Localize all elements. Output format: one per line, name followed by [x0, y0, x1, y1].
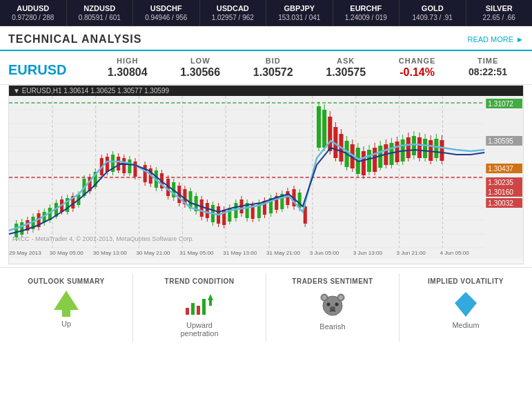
read-more-link[interactable]: READ MORE ►	[467, 35, 524, 43]
ta-header: TECHNICAL ANALYSIS READ MORE ►	[0, 26, 532, 51]
sentiment-label: Bearish	[269, 322, 396, 331]
stat-time: TIME 08:22:51	[469, 57, 507, 79]
chart-info-text: ▼ EURUSD,H1 1.30614 1.30625 1.30577 1.30…	[13, 87, 169, 95]
svg-rect-197	[191, 303, 195, 315]
svg-rect-198	[197, 306, 200, 315]
svg-point-206	[327, 303, 331, 306]
ticker-item-gbpjpy[interactable]: GBPJPY153.031 / 041	[266, 0, 333, 26]
ask-value: 1.30575	[326, 66, 366, 79]
ticker-price: 22.65 / .66	[472, 14, 527, 21]
svg-rect-199	[202, 299, 206, 315]
low-value: 1.30566	[180, 66, 220, 79]
bid-label: BID	[253, 57, 293, 65]
ticker-item-audusd[interactable]: AUDUSD0.97280 / 288	[0, 0, 67, 26]
ticker-price: 153.031 / 041	[272, 14, 327, 21]
diamond-icon	[402, 291, 529, 318]
ticker-symbol: GBPJPY	[272, 4, 327, 12]
indicator-volatility: IMPLIED VOLATILITY Medium	[400, 273, 532, 342]
svg-text:1.30437: 1.30437	[488, 165, 513, 173]
svg-text:31 May 21:00: 31 May 21:00	[266, 250, 301, 256]
ticker-item-gold[interactable]: GOLD1409.73 / .91	[400, 0, 466, 26]
stats-items: HIGH 1.30804 LOW 1.30566 BID 1.30572 ASK…	[91, 57, 524, 79]
outlook-label: Up	[3, 320, 130, 328]
svg-text:4 Jun 05:00: 4 Jun 05:00	[440, 250, 469, 256]
svg-point-204	[322, 295, 326, 300]
svg-point-208	[330, 306, 335, 311]
bear-icon	[269, 291, 396, 320]
svg-text:3 Jun 13:00: 3 Jun 13:00	[353, 250, 383, 256]
outlook-header: OUTLOOK SUMMARY	[3, 277, 130, 285]
ticker-price: 0.97280 / 288	[6, 14, 61, 21]
svg-text:31 May 13:00: 31 May 13:00	[223, 250, 257, 256]
ticker-symbol: NZDUSD	[72, 4, 128, 12]
time-value: 08:22:51	[469, 66, 507, 77]
stats-row: EURUSD HIGH 1.30804 LOW 1.30566 BID 1.30…	[0, 51, 532, 85]
ticker-price: 0.94946 / 956	[139, 14, 194, 21]
sentiment-header: TRADERS SENTIMENT	[269, 277, 396, 285]
stat-low: LOW 1.30566	[180, 57, 220, 79]
ta-title: TECHNICAL ANALYSIS	[8, 33, 141, 46]
stat-high: HIGH 1.30804	[108, 57, 148, 79]
chart-svg: 1.31072 1.30595 1.30437 1.30235 1.30160 …	[9, 96, 523, 258]
ticker-price: 1409.73 / .91	[405, 14, 460, 21]
svg-text:FXCC - MetaTrader 4, © 2001-20: FXCC - MetaTrader 4, © 2001-2013, MetaQu…	[12, 235, 194, 242]
ticker-symbol: GOLD	[405, 4, 460, 12]
svg-text:3 Jun 05:00: 3 Jun 05:00	[310, 250, 339, 256]
svg-text:30 May 05:00: 30 May 05:00	[50, 250, 84, 256]
change-value: -0.14%	[399, 66, 436, 79]
high-value: 1.30804	[108, 66, 148, 79]
arrow-up-stem	[62, 310, 70, 317]
ticker-symbol: SILVER	[472, 4, 527, 12]
ask-label: ASK	[326, 57, 366, 65]
ticker-item-usdcad[interactable]: USDCAD1.02957 / 962	[200, 0, 267, 26]
svg-marker-200	[208, 294, 213, 306]
ticker-price: 0.80591 / 601	[72, 14, 128, 21]
arrow-right-icon: ►	[516, 35, 524, 43]
change-label: CHANGE	[399, 57, 436, 65]
ticker-bar: AUDUSD0.97280 / 288NZDUSD0.80591 / 601US…	[0, 0, 532, 26]
bid-value: 1.30572	[253, 66, 293, 79]
ticker-item-silver[interactable]: SILVER22.65 / .66	[466, 0, 533, 26]
ticker-item-eurchf[interactable]: EURCHF1.24009 / 019	[333, 0, 400, 26]
svg-text:3 Jun 21:00: 3 Jun 21:00	[397, 250, 426, 256]
svg-text:1.30595: 1.30595	[488, 137, 513, 145]
svg-point-207	[335, 303, 339, 306]
ticker-item-nzdusd[interactable]: NZDUSD0.80591 / 601	[67, 0, 134, 26]
ticker-price: 1.24009 / 019	[339, 14, 394, 21]
upward-pen-icon	[136, 291, 263, 318]
time-label: TIME	[469, 57, 507, 65]
svg-text:1.30235: 1.30235	[488, 179, 513, 186]
trend-label: Upward penetration	[136, 321, 263, 338]
ticker-symbol: EURCHF	[339, 4, 394, 12]
low-label: LOW	[180, 57, 220, 65]
volatility-header: IMPLIED VOLATILITY	[402, 277, 529, 285]
ticker-symbol: AUDUSD	[6, 4, 61, 12]
read-more-label: READ MORE	[467, 35, 513, 43]
arrow-up-icon	[54, 291, 79, 310]
stat-ask: ASK 1.30575	[326, 57, 366, 79]
chart-info-bar: ▼ EURUSD,H1 1.30614 1.30625 1.30577 1.30…	[9, 86, 523, 96]
svg-text:1.30032: 1.30032	[488, 199, 513, 207]
stat-change: CHANGE -0.14%	[399, 57, 436, 79]
svg-marker-209	[455, 292, 477, 317]
indicator-trend: TREND CONDITION Upward penetration	[133, 273, 266, 342]
ticker-symbol: USDCHF	[139, 4, 194, 12]
svg-rect-196	[186, 308, 189, 315]
chart-container: ▼ EURUSD,H1 1.30614 1.30625 1.30577 1.30…	[8, 85, 524, 264]
indicators-section: OUTLOOK SUMMARY Up TREND CONDITION Upwar…	[0, 267, 532, 347]
stat-bid: BID 1.30572	[253, 57, 293, 79]
svg-point-205	[339, 295, 343, 300]
svg-text:29 May 2013: 29 May 2013	[9, 250, 41, 256]
svg-text:30 May 13:00: 30 May 13:00	[93, 250, 128, 256]
outlook-icon	[3, 291, 130, 317]
svg-text:30 May 21:00: 30 May 21:00	[136, 250, 170, 256]
pair-name: EURUSD	[8, 57, 91, 78]
svg-text:31 May 05:00: 31 May 05:00	[179, 250, 214, 256]
ticker-item-usdchf[interactable]: USDCHF0.94946 / 956	[133, 0, 200, 26]
indicator-sentiment: TRADERS SENTIMENT Bearish	[266, 273, 400, 342]
svg-text:1.30160: 1.30160	[488, 188, 513, 196]
ticker-price: 1.02957 / 962	[206, 14, 261, 21]
volatility-label: Medium	[402, 321, 529, 329]
svg-text:1.31072: 1.31072	[488, 100, 513, 108]
trend-header: TREND CONDITION	[136, 277, 263, 285]
